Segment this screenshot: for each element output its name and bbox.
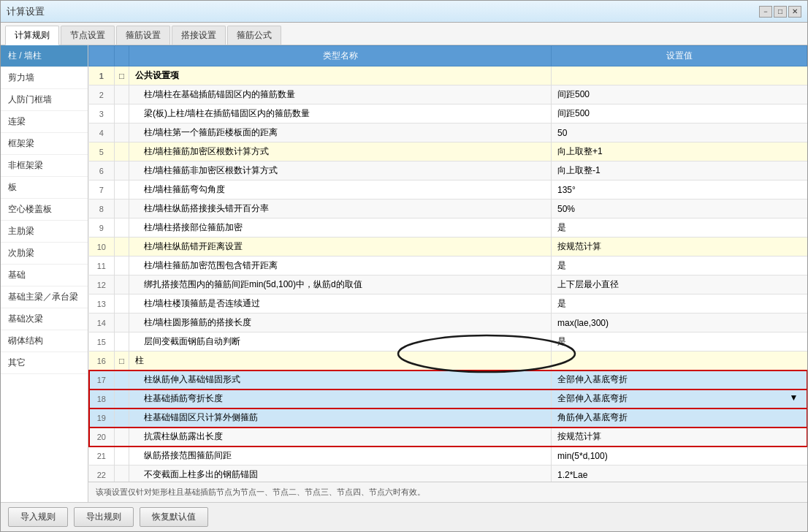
sidebar-item-hollow-slab[interactable]: 空心楼盖板 <box>1 199 88 221</box>
sidebar-item-frame-beam[interactable]: 框架梁 <box>1 133 88 155</box>
row-setting-value: max(lae,300) <box>552 314 807 332</box>
row-setting-name: 绑扎搭接范围内的箍筋间距min(5d,100)中，纵筋d的取值 <box>129 276 552 294</box>
row-expand <box>115 276 129 294</box>
export-button[interactable]: 导出规则 <box>74 507 134 527</box>
row-number: 20 <box>89 428 115 446</box>
table-row[interactable]: 12绑扎搭接范围内的箍筋间距min(5d,100)中，纵筋d的取值上下层最小直径 <box>89 276 807 294</box>
import-button[interactable]: 导入规则 <box>8 507 68 527</box>
table-row[interactable]: 18柱基础插筋弯折长度全部伸入基底弯折▼ <box>89 390 807 408</box>
row-expand <box>115 180 129 200</box>
row-setting-name: 柱/墙柱箍筋弯勾角度 <box>129 180 552 200</box>
row-expand <box>115 370 129 390</box>
row-expand <box>115 162 129 180</box>
row-setting-name: 柱纵筋伸入基础锚固形式 <box>129 370 552 390</box>
table-row[interactable]: 1□公共设置项 <box>89 66 807 86</box>
window-title: 计算设置 <box>7 5 45 18</box>
row-setting-value: 向上取整-1 <box>552 162 807 180</box>
row-setting-value: 1.2*Lae <box>552 466 807 482</box>
row-number: 5 <box>89 142 115 162</box>
table-row[interactable]: 17柱纵筋伸入基础锚固形式全部伸入基底弯折 <box>89 370 807 390</box>
table-row[interactable]: 4柱/墙柱第一个箍筋距楼板面的距离50 <box>89 123 807 142</box>
bottom-bar: 导入规则 导出规则 恢复默认值 <box>1 502 807 531</box>
sidebar: 柱 / 墙柱 剪力墙 人防门框墙 连梁 框架梁 非框架梁 板 空心楼盖板 主肋梁… <box>1 45 88 502</box>
table-row[interactable]: 7柱/墙柱箍筋弯勾角度135° <box>89 180 807 200</box>
content-area: 柱 / 墙柱 剪力墙 人防门框墙 连梁 框架梁 非框架梁 板 空心楼盖板 主肋梁… <box>1 45 807 502</box>
row-setting-value: 向上取整+1 <box>552 142 807 162</box>
sidebar-item-non-frame-beam[interactable]: 非框架梁 <box>1 155 88 177</box>
row-setting-value[interactable]: 角筋伸入基底弯折 <box>552 408 807 428</box>
row-setting-name: 柱/墙柱箍筋加密区根数计算方式 <box>129 142 552 162</box>
sidebar-item-main-rib[interactable]: 主肋梁 <box>1 221 88 243</box>
row-setting-value: 135° <box>552 180 807 200</box>
col-header-name: 类型名称 <box>129 46 552 66</box>
table-row[interactable]: 2柱/墙柱在基础插筋锚固区内的箍筋数量间距500 <box>89 86 807 104</box>
table-row[interactable]: 6柱/墙柱箍筋非加密区根数计算方式向上取整-1 <box>89 162 807 180</box>
row-setting-name: 不变截面上柱多出的钢筋锚固 <box>129 466 552 482</box>
maximize-button[interactable]: □ <box>774 6 787 18</box>
table-row[interactable]: 15层间变截面钢筋自动判断是 <box>89 332 807 352</box>
row-expand <box>115 408 129 428</box>
window-controls: － □ ✕ <box>759 6 801 18</box>
table-row[interactable]: 19柱基础锚固区只计算外侧箍筋角筋伸入基底弯折 <box>89 408 807 428</box>
row-setting-value: 是 <box>552 332 807 352</box>
row-number: 4 <box>89 123 115 142</box>
table-row[interactable]: 13柱/墙柱楼顶箍筋是否连续通过是 <box>89 294 807 314</box>
status-text: 该项设置仅针对矩形柱且基础插筋节点为节点一、节点二、节点三、节点四、节点六时有效… <box>96 487 425 496</box>
table-row[interactable]: 3梁(板)上柱/墙柱在插筋锚固区内的箍筋数量间距500 <box>89 104 807 123</box>
sidebar-item-col-wall[interactable]: 柱 / 墙柱 <box>1 45 88 67</box>
row-expand <box>115 86 129 104</box>
table-row[interactable]: 11柱/墙柱箍筋加密范围包含错开距离是 <box>89 256 807 276</box>
table-container[interactable]: 类型名称 设置值 1□公共设置项2柱/墙柱在基础插筋锚固区内的箍筋数量间距500… <box>88 45 807 482</box>
table-row[interactable]: 22不变截面上柱多出的钢筋锚固1.2*Lae <box>89 466 807 482</box>
row-number: 13 <box>89 294 115 314</box>
row-number: 1 <box>89 66 115 86</box>
row-expand[interactable]: □ <box>115 66 129 86</box>
row-setting-name: 柱/墙柱纵筋搭接接头错开百分率 <box>129 200 552 218</box>
table-row[interactable]: 5柱/墙柱箍筋加密区根数计算方式向上取整+1 <box>89 142 807 162</box>
row-number: 9 <box>89 218 115 238</box>
main-content: 类型名称 设置值 1□公共设置项2柱/墙柱在基础插筋锚固区内的箍筋数量间距500… <box>88 45 807 502</box>
table-row[interactable]: 10柱/墙柱纵筋错开距离设置按规范计算 <box>89 238 807 256</box>
row-expand <box>115 466 129 482</box>
row-number: 12 <box>89 276 115 294</box>
sidebar-item-slab[interactable]: 板 <box>1 177 88 199</box>
sidebar-item-connecting-beam[interactable]: 连梁 <box>1 111 88 133</box>
table-row[interactable]: 20抗震柱纵筋露出长度按规范计算 <box>89 428 807 446</box>
sidebar-item-foundation-sub-beam[interactable]: 基础次梁 <box>1 308 88 330</box>
status-bar: 该项设置仅针对矩形柱且基础插筋节点为节点一、节点二、节点三、节点四、节点六时有效… <box>88 482 807 502</box>
table-row[interactable]: 8柱/墙柱纵筋搭接接头错开百分率50% <box>89 200 807 218</box>
row-setting-value: min(5*d,100) <box>552 446 807 466</box>
row-setting-name: 柱/墙柱纵筋错开距离设置 <box>129 238 552 256</box>
tab-stirrup-settings[interactable]: 箍筋设置 <box>116 26 170 45</box>
row-setting-name: 柱基础锚固区只计算外侧箍筋 <box>129 408 552 428</box>
table-row[interactable]: 21纵筋搭接范围箍筋间距min(5*d,100) <box>89 446 807 466</box>
sidebar-item-masonry[interactable]: 砌体结构 <box>1 330 88 352</box>
row-expand <box>115 294 129 314</box>
table-row[interactable]: 16□柱 <box>89 352 807 370</box>
row-setting-name: 柱/墙柱圆形箍筋的搭接长度 <box>129 314 552 332</box>
row-expand <box>115 218 129 238</box>
close-button[interactable]: ✕ <box>788 6 801 18</box>
sidebar-item-shear-wall[interactable]: 剪力墙 <box>1 67 88 89</box>
table-row[interactable]: 9柱/墙柱搭接部位箍筋加密是 <box>89 218 807 238</box>
sidebar-item-others[interactable]: 其它 <box>1 352 88 374</box>
row-expand[interactable]: □ <box>115 352 129 370</box>
tab-node-settings[interactable]: 节点设置 <box>61 26 115 45</box>
col-header-value: 设置值 <box>552 46 807 66</box>
row-setting-value[interactable]: 全部伸入基底弯折▼ <box>552 390 807 408</box>
row-number: 19 <box>89 408 115 428</box>
reset-button[interactable]: 恢复默认值 <box>140 507 208 527</box>
row-setting-value: 50% <box>552 200 807 218</box>
row-setting-value: 50 <box>552 123 807 142</box>
table-row[interactable]: 14柱/墙柱圆形箍筋的搭接长度max(lae,300) <box>89 314 807 332</box>
sidebar-item-sub-rib[interactable]: 次肋梁 <box>1 243 88 265</box>
sidebar-item-foundation-beam[interactable]: 基础主梁／承台梁 <box>1 286 88 308</box>
row-setting-name: 柱 <box>129 352 552 370</box>
sidebar-item-foundation[interactable]: 基础 <box>1 265 88 286</box>
tab-lap-settings[interactable]: 搭接设置 <box>172 26 226 45</box>
dropdown-arrow-icon: ▼ <box>790 392 799 403</box>
tab-calc-rules[interactable]: 计算规则 <box>5 26 59 45</box>
tab-stirrup-formula[interactable]: 箍筋公式 <box>227 26 281 45</box>
minimize-button[interactable]: － <box>759 6 772 18</box>
sidebar-item-civil-defense[interactable]: 人防门框墙 <box>1 89 88 111</box>
